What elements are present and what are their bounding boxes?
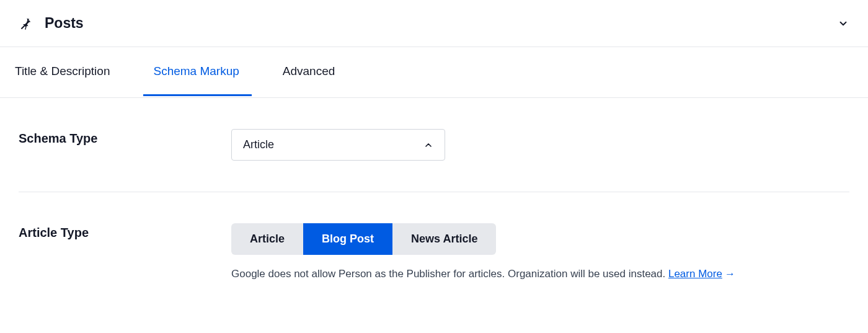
article-type-helper: Google does not allow Person as the Publ… (231, 266, 849, 282)
row-article-type: Article Type Article Blog Post News Arti… (19, 192, 849, 313)
collapse-toggle[interactable] (837, 17, 849, 30)
article-type-option-news-article[interactable]: News Article (392, 223, 496, 255)
section-header: Posts (0, 0, 868, 47)
chevron-up-icon (423, 140, 433, 150)
pin-icon (19, 16, 33, 31)
content-area: Schema Type Article Article Type Article… (0, 98, 868, 313)
article-type-label: Article Type (19, 223, 231, 240)
tab-advanced[interactable]: Advanced (283, 47, 358, 97)
tab-schema-markup[interactable]: Schema Markup (153, 47, 261, 97)
helper-text-content: Google does not allow Person as the Publ… (231, 268, 668, 280)
row-schema-type: Schema Type Article (19, 98, 849, 192)
chevron-down-icon (838, 18, 849, 29)
schema-type-label: Schema Type (19, 129, 231, 146)
article-type-option-blog-post[interactable]: Blog Post (303, 223, 392, 255)
header-left: Posts (19, 15, 84, 32)
arrow-right-icon: → (725, 268, 735, 280)
tab-title-description[interactable]: Title & Description (15, 47, 132, 97)
learn-more-link[interactable]: Learn More (668, 268, 722, 280)
article-type-content: Article Blog Post News Article Google do… (231, 223, 849, 282)
tabs: Title & Description Schema Markup Advanc… (0, 47, 868, 98)
section-title: Posts (45, 15, 84, 32)
schema-type-value: Article (243, 138, 274, 151)
schema-type-select[interactable]: Article (231, 129, 445, 161)
schema-type-content: Article (231, 129, 849, 161)
article-type-option-article[interactable]: Article (231, 223, 303, 255)
article-type-button-group: Article Blog Post News Article (231, 223, 849, 255)
